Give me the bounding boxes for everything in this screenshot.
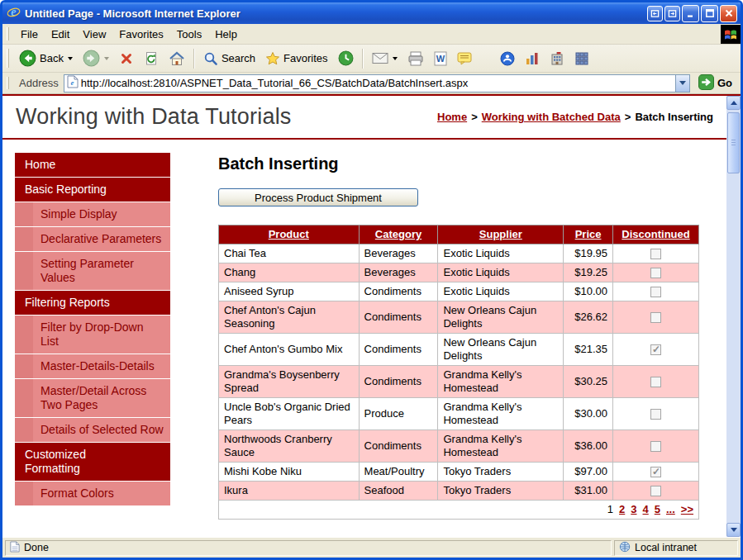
mail-button[interactable] [367, 49, 402, 68]
pager-page-link[interactable]: 4 [643, 503, 649, 515]
sidebar-item-basic-reporting[interactable]: Basic Reporting [15, 178, 170, 202]
building-button[interactable] [545, 48, 569, 69]
scroll-up-button[interactable] [726, 96, 741, 110]
stop-icon [119, 51, 134, 66]
history-button[interactable] [333, 47, 359, 69]
sidebar-item-declarative-parameters[interactable]: Declarative Parameters [15, 227, 170, 251]
pager-page-link[interactable]: 3 [631, 503, 636, 515]
cell-supplier: New Orleans Cajun Delights [438, 301, 564, 334]
menu-view[interactable]: View [76, 25, 112, 44]
title-left: e Untitled Page - Microsoft Internet Exp… [7, 5, 241, 22]
close-button[interactable] [720, 5, 737, 22]
cell-discontinued [613, 398, 699, 430]
sidebar-item-master-details-details[interactable]: Master-Details-Details [15, 354, 170, 378]
cell-category: Condiments [359, 366, 438, 398]
column-header-category[interactable]: Category [359, 225, 438, 244]
column-header-discontinued[interactable]: Discontinued [613, 225, 699, 244]
menu-edit[interactable]: Edit [45, 25, 76, 44]
messenger-button[interactable] [495, 48, 520, 69]
menu-file[interactable]: File [14, 25, 45, 44]
cell-discontinued [613, 430, 699, 463]
sidebar-item-customized-formatting[interactable]: Customized Formatting [15, 443, 170, 481]
sidebar-item-simple-display[interactable]: Simple Display [15, 202, 170, 226]
discuss-button[interactable] [452, 49, 477, 69]
status-text: Done [24, 542, 49, 553]
cell-supplier: Tokyo Traders [438, 482, 564, 501]
edit-button[interactable]: W [429, 48, 452, 69]
toolbar-grip[interactable] [7, 49, 9, 68]
home-button[interactable] [164, 48, 190, 69]
menu-favorites[interactable]: Favorites [112, 25, 169, 44]
sidebar-item-label: Format Colors [33, 482, 170, 505]
forward-dropdown-caret[interactable] [104, 57, 109, 60]
discontinued-checkbox [650, 441, 661, 452]
go-button[interactable]: Go [695, 74, 736, 93]
window-arrow-right-icon [668, 9, 677, 18]
menu-tools[interactable]: Tools [170, 25, 208, 44]
print-button[interactable] [402, 48, 429, 69]
window-arrow-left-icon [650, 9, 660, 18]
scroll-down-button[interactable] [726, 523, 741, 537]
sidebar-item-label: Setting Parameter Values [33, 252, 170, 290]
scroll-down-arrow-icon [731, 528, 737, 532]
search-button[interactable]: Search [198, 48, 260, 69]
header-link[interactable]: Supplier [479, 228, 522, 240]
sidebar-item-details-of-selected-row[interactable]: Details of Selected Row [15, 418, 170, 442]
titlebar-extra-button-2[interactable] [664, 6, 680, 21]
stats-button[interactable] [520, 48, 545, 69]
header-link[interactable]: Price [575, 228, 602, 240]
sidebar-item-filtering-reports[interactable]: Filtering Reports [15, 291, 170, 315]
pager-last-link[interactable]: >> [681, 503, 693, 515]
cell-supplier: Exotic Liquids [438, 244, 564, 263]
cell-category: Beverages [359, 244, 438, 263]
address-input[interactable] [79, 77, 675, 89]
titlebar-extra-button-1[interactable] [647, 6, 663, 21]
cell-supplier: New Orleans Cajun Delights [438, 334, 564, 366]
column-header-supplier[interactable]: Supplier [438, 225, 564, 244]
menu-help[interactable]: Help [208, 25, 244, 44]
breadcrumb-home-link[interactable]: Home [437, 111, 467, 123]
toolbar-grip[interactable] [7, 77, 9, 89]
back-dropdown-caret[interactable] [68, 57, 73, 60]
header-link[interactable]: Product [269, 228, 309, 240]
column-header-price[interactable]: Price [564, 225, 613, 244]
minimize-button[interactable] [682, 5, 699, 22]
header-link[interactable]: Category [375, 228, 422, 240]
address-dropdown-button[interactable] [675, 75, 689, 92]
scrollbar-track[interactable] [726, 110, 741, 523]
sidebar-item-master-detail-across-two-pages[interactable]: Master/Detail Across Two Pages [15, 379, 170, 417]
table-row: Northwoods Cranberry SauceCondimentsGran… [219, 430, 699, 463]
favorites-button[interactable]: Favorites [260, 48, 332, 69]
sidebar-item-label: Master-Details-Details [33, 354, 170, 378]
column-header-product[interactable]: Product [219, 225, 360, 244]
pager-page-link[interactable]: 5 [655, 503, 660, 515]
toolbar-separator [362, 49, 364, 69]
toolbar-grip[interactable] [7, 27, 9, 41]
scrollbar-thumb[interactable] [727, 112, 740, 173]
back-button[interactable]: Back [14, 46, 78, 70]
sidebar-item-home[interactable]: Home [15, 153, 170, 177]
process-product-shipment-button[interactable]: Process Product Shipment [218, 188, 418, 206]
table-row: Grandma's Boysenberry SpreadCondimentsGr… [219, 366, 699, 398]
mail-dropdown-caret[interactable] [393, 57, 398, 60]
cell-price: $21.35 [564, 334, 613, 366]
sidebar-item-filter-by-drop-down-list[interactable]: Filter by Drop-Down List [15, 316, 170, 354]
header-link[interactable]: Discontinued [622, 228, 689, 240]
breadcrumb-section-link[interactable]: Working with Batched Data [482, 111, 621, 123]
pager-page-link[interactable]: 2 [619, 503, 625, 515]
sidebar-item-format-colors[interactable]: Format Colors [15, 482, 170, 505]
address-input-box: e [64, 74, 690, 93]
sidebar-indent-strip [15, 202, 33, 226]
pager-page-link[interactable]: ... [666, 503, 675, 515]
vertical-scrollbar[interactable] [726, 96, 741, 537]
grid-icon [574, 51, 589, 66]
sidebar-item-setting-parameter-values[interactable]: Setting Parameter Values [15, 252, 170, 290]
forward-button[interactable] [78, 46, 114, 70]
status-bar: Done Local intranet [2, 537, 741, 558]
grid-button[interactable] [569, 48, 594, 69]
stop-button[interactable] [114, 48, 139, 69]
chevron-down-icon [679, 81, 686, 85]
cell-discontinued [613, 282, 699, 301]
maximize-button[interactable] [701, 5, 718, 22]
refresh-button[interactable] [139, 48, 164, 69]
